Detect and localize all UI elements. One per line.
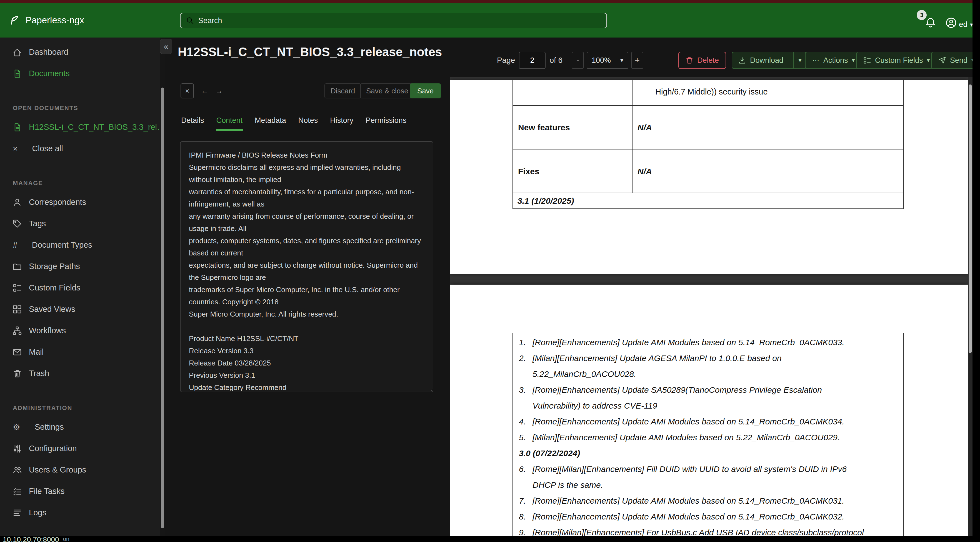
sidebar-item-workflows[interactable]: Workflows bbox=[0, 320, 165, 341]
username-label[interactable]: ed bbox=[959, 20, 967, 29]
sidebar-item-label: Logs bbox=[29, 508, 46, 517]
save-button[interactable]: Save bbox=[410, 83, 441, 99]
folder-icon bbox=[13, 262, 22, 271]
item-text: [Milan][Enhancements] Update AGESA Milan… bbox=[533, 354, 782, 379]
sidebar-item-document-types[interactable]: # Document Types bbox=[0, 234, 165, 256]
download-button[interactable]: Download ▾ bbox=[732, 52, 807, 69]
notification-count-badge[interactable]: 3 bbox=[917, 10, 927, 20]
content-textarea[interactable]: IPMI Firmware / BIOS Release Notes Form … bbox=[180, 141, 433, 392]
download-caret-icon[interactable]: ▾ bbox=[793, 52, 806, 69]
item-number: 2. bbox=[519, 350, 526, 366]
sidebar-scrollbar-thumb[interactable] bbox=[161, 88, 164, 528]
download-group: Download ▾ bbox=[732, 52, 807, 69]
people-icon bbox=[13, 465, 22, 475]
open-document-label: H12SSL-i_C_CT_NT_BIOS_3.3_rel… bbox=[29, 123, 165, 132]
actions-group: ⋯ Actions ▾ bbox=[805, 52, 862, 69]
sidebar-item-configuration[interactable]: Configuration bbox=[0, 438, 165, 459]
zoom-out-button[interactable]: - bbox=[572, 52, 584, 69]
actions-button[interactable]: ⋯ Actions ▾ bbox=[805, 52, 862, 69]
sidebar-item-label: Workflows bbox=[29, 326, 66, 335]
global-search[interactable] bbox=[180, 13, 607, 28]
release-note-item: 7.[Rome][Enhancements] Update AMI Module… bbox=[513, 493, 903, 509]
tab-content[interactable]: Content bbox=[216, 113, 243, 131]
ui-checks-icon bbox=[13, 284, 22, 292]
list-check-icon bbox=[13, 487, 22, 496]
save-and-close-button[interactable]: Save & close bbox=[360, 83, 414, 99]
sidebar-item-file-tasks[interactable]: File Tasks bbox=[0, 481, 165, 502]
status-suffix: on bbox=[63, 536, 69, 542]
delete-group: Delete bbox=[678, 52, 726, 69]
tag-icon bbox=[13, 219, 22, 228]
gear-icon: ⚙ bbox=[13, 423, 20, 431]
paperless-logo-icon bbox=[9, 15, 20, 26]
person-icon bbox=[13, 198, 22, 207]
custom-fields-button[interactable]: Custom Fields ▾ bbox=[856, 52, 937, 69]
tab-permissions[interactable]: Permissions bbox=[365, 113, 407, 131]
administration-header: ADMINISTRATION bbox=[0, 402, 165, 414]
sidebar-item-saved-views[interactable]: Saved Views bbox=[0, 298, 165, 320]
page-number-input[interactable] bbox=[519, 52, 546, 69]
item-text: [Rome][Enhancements] Update AMI Modules … bbox=[533, 338, 845, 347]
item-number: 3. bbox=[519, 382, 526, 398]
item-text: [Rome][Enhancements] Update SA50289(Tian… bbox=[533, 385, 822, 410]
sidebar-item-label: Users & Groups bbox=[29, 465, 86, 475]
screen-right-edge bbox=[972, 0, 980, 542]
sidebar-item-documents[interactable]: Documents bbox=[0, 63, 165, 84]
sidebar-item-tags[interactable]: Tags bbox=[0, 213, 165, 234]
sidebar-item-label: Trash bbox=[29, 369, 49, 378]
sidebar-item-mail[interactable]: Mail bbox=[0, 341, 165, 363]
sidebar-item-correspondents[interactable]: Correspondents bbox=[0, 191, 165, 213]
diagram-icon bbox=[13, 326, 22, 335]
sidebar-item-dashboard[interactable]: Dashboard bbox=[0, 41, 165, 63]
grid-icon bbox=[13, 305, 22, 314]
tab-notes[interactable]: Notes bbox=[298, 113, 318, 131]
arrow-left-icon: ← bbox=[201, 87, 208, 95]
sidebar-item-storage-paths[interactable]: Storage Paths bbox=[0, 256, 165, 277]
item-number: 7. bbox=[519, 493, 526, 509]
item-number: 8. bbox=[519, 509, 526, 524]
close-document-button[interactable]: × bbox=[181, 83, 194, 99]
page-navigation-group: Page of 6 bbox=[497, 52, 563, 69]
envelope-icon bbox=[13, 348, 22, 357]
previous-document-button[interactable]: ← bbox=[198, 83, 211, 99]
tab-metadata[interactable]: Metadata bbox=[254, 113, 287, 131]
pdf-page-1: High/6.7 Middle)) security issue New fea… bbox=[450, 80, 968, 274]
release-note-item: 1.[Rome][Enhancements] Update AMI Module… bbox=[513, 334, 903, 350]
zoom-group: - 100% ▾ + bbox=[572, 52, 643, 69]
notifications-bell-icon[interactable] bbox=[925, 17, 936, 28]
tab-details[interactable]: Details bbox=[181, 113, 205, 131]
zoom-level-select[interactable]: 100% ▾ bbox=[587, 52, 628, 69]
search-icon bbox=[186, 17, 194, 24]
pdf-scrollbar-thumb[interactable] bbox=[969, 84, 972, 353]
version-row: 3.1 (1/20/2025) bbox=[513, 193, 574, 209]
close-icon: × bbox=[185, 87, 189, 95]
user-avatar-icon[interactable] bbox=[945, 17, 957, 28]
next-document-button[interactable]: → bbox=[213, 83, 226, 99]
sidebar-open-document[interactable]: H12SSL-i_C_CT_NT_BIOS_3.3_rel… bbox=[0, 116, 165, 138]
sidebar-item-label: Settings bbox=[35, 422, 64, 432]
pdf-preview[interactable]: High/6.7 Middle)) security issue New fea… bbox=[450, 77, 968, 542]
zoom-in-button[interactable]: + bbox=[631, 52, 643, 69]
delete-button[interactable]: Delete bbox=[678, 52, 726, 69]
item-number: 6. bbox=[519, 461, 526, 477]
open-documents-header: OPEN DOCUMENTS bbox=[0, 102, 165, 114]
sidebar: Dashboard Documents OPEN DOCUMENTS H12SS… bbox=[0, 38, 165, 542]
sidebar-item-logs[interactable]: Logs bbox=[0, 502, 165, 523]
item-number: 4. bbox=[519, 414, 526, 429]
version-heading: 3.0 (07/22/2024) bbox=[513, 445, 903, 461]
item-text: [Rome][Enhancements] Update AMI Modules … bbox=[533, 417, 845, 426]
sidebar-item-trash[interactable]: Trash bbox=[0, 363, 165, 384]
sidebar-item-settings[interactable]: ⚙ Settings bbox=[0, 416, 165, 438]
search-input[interactable] bbox=[198, 16, 601, 25]
app-window: Paperless-ngx 3 ed ▾ Dashboard Documents… bbox=[0, 0, 980, 542]
trash-icon bbox=[13, 369, 22, 378]
sidebar-item-users-groups[interactable]: Users & Groups bbox=[0, 459, 165, 481]
tab-history[interactable]: History bbox=[329, 113, 354, 131]
sidebar-close-all[interactable]: × Close all bbox=[0, 138, 165, 159]
sidebar-collapse-button[interactable]: « bbox=[160, 39, 172, 54]
brand[interactable]: Paperless-ngx bbox=[9, 15, 84, 26]
brand-name: Paperless-ngx bbox=[25, 15, 84, 26]
discard-button[interactable]: Discard bbox=[325, 83, 361, 99]
sidebar-item-custom-fields[interactable]: Custom Fields bbox=[0, 277, 165, 298]
zoom-level-value: 100% bbox=[592, 56, 611, 65]
